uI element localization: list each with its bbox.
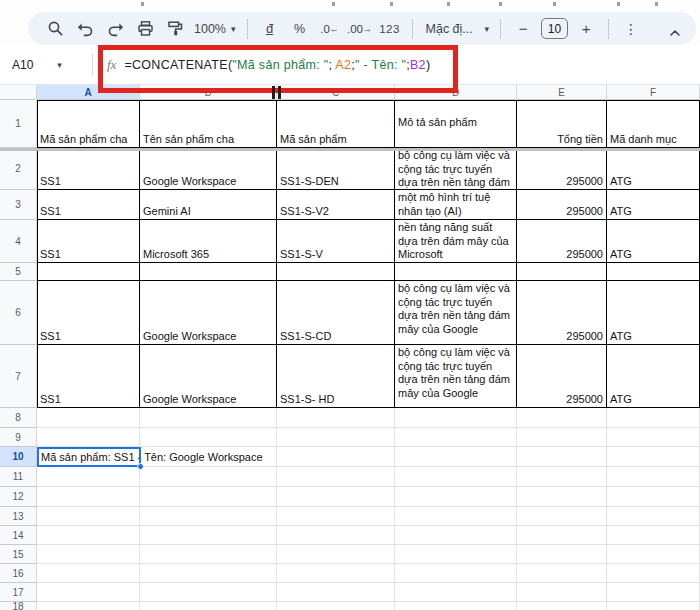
row-header-9[interactable]: 9 xyxy=(0,428,37,447)
cell-B8[interactable] xyxy=(140,408,277,428)
cell-E6[interactable]: 295000 xyxy=(517,281,607,345)
cell-E17[interactable] xyxy=(517,583,607,602)
cell-E16[interactable] xyxy=(517,564,607,583)
more-formats-button[interactable]: 123 xyxy=(377,16,403,42)
font-selector[interactable]: Mặc đị... ▾ xyxy=(424,22,490,36)
cell-D2[interactable]: bộ công cụ làm việc và cộng tác trực tuy… xyxy=(395,148,517,190)
currency-format-button[interactable]: đ xyxy=(257,16,283,42)
undo-icon[interactable] xyxy=(72,16,98,42)
row-header-16[interactable]: 16 xyxy=(0,564,37,583)
cell-A9[interactable] xyxy=(37,428,140,447)
cell-E9[interactable] xyxy=(517,428,607,447)
cell-C6[interactable]: SS1-S-CD xyxy=(277,281,395,345)
cell-A1[interactable]: Mã sản phẩm cha xyxy=(37,100,140,148)
cell-C11[interactable] xyxy=(277,467,395,487)
cell-D14[interactable] xyxy=(395,526,517,545)
cell-B15[interactable] xyxy=(140,545,277,564)
cell-F16[interactable] xyxy=(607,564,700,583)
cell-F13[interactable] xyxy=(607,507,700,526)
row-header-18[interactable]: 18 xyxy=(0,602,37,610)
cell-B13[interactable] xyxy=(140,507,277,526)
paint-format-icon[interactable] xyxy=(162,16,188,42)
row-header-7[interactable]: 7 xyxy=(0,345,37,408)
cell-C15[interactable] xyxy=(277,545,395,564)
cell-F15[interactable] xyxy=(607,545,700,564)
zoom-control[interactable]: 100% ▾ xyxy=(194,22,236,36)
cell-C14[interactable] xyxy=(277,526,395,545)
corner-select-all[interactable] xyxy=(0,85,37,100)
cell-D9[interactable] xyxy=(395,428,517,447)
col-header-C[interactable]: C xyxy=(277,85,395,100)
cell-C3[interactable]: SS1-S-V2 xyxy=(277,190,395,220)
cell-E18[interactable] xyxy=(517,602,607,610)
cell-C5[interactable] xyxy=(277,263,395,281)
cell-D5[interactable] xyxy=(395,263,517,281)
cell-E3[interactable]: 295000 xyxy=(517,190,607,220)
cell-B1[interactable]: Tên sản phẩm cha xyxy=(140,100,277,148)
cell-C2[interactable]: SS1-S-DEN xyxy=(277,148,395,190)
row-header-2[interactable]: 2 xyxy=(0,148,37,190)
percent-format-button[interactable]: % xyxy=(287,16,313,42)
col-header-E[interactable]: E xyxy=(517,85,607,100)
cell-A8[interactable] xyxy=(37,408,140,428)
decrease-font-size-button[interactable]: − xyxy=(510,16,536,42)
cell-D15[interactable] xyxy=(395,545,517,564)
cell-D6[interactable]: bộ công cụ làm việc và cộng tác trực tuy… xyxy=(395,281,517,345)
cell-B2[interactable]: Google Workspace xyxy=(140,148,277,190)
cell-F8[interactable] xyxy=(607,408,700,428)
cell-E13[interactable] xyxy=(517,507,607,526)
cell-C7[interactable]: SS1-S- HD xyxy=(277,345,395,408)
row-header-17[interactable]: 17 xyxy=(0,583,37,602)
row-header-5[interactable]: 5 xyxy=(0,263,37,281)
col-header-F[interactable]: F xyxy=(607,85,700,100)
cell-C18[interactable] xyxy=(277,602,395,610)
cell-A3[interactable]: SS1 xyxy=(37,190,140,220)
cell-F1[interactable]: Mã danh mục xyxy=(607,100,700,148)
decrease-decimal-button[interactable]: .0← xyxy=(317,16,343,42)
cell-B16[interactable] xyxy=(140,564,277,583)
cell-C17[interactable] xyxy=(277,583,395,602)
cell-A16[interactable] xyxy=(37,564,140,583)
cell-D18[interactable] xyxy=(395,602,517,610)
cell-D4[interactable]: nền tảng năng suất dựa trên đám mây của … xyxy=(395,220,517,263)
cell-D7[interactable]: bộ công cụ làm việc và cộng tác trực tuy… xyxy=(395,345,517,408)
cell-F10[interactable] xyxy=(607,447,700,467)
row-header-3[interactable]: 3 xyxy=(0,190,37,220)
cell-B4[interactable]: Microsoft 365 xyxy=(140,220,277,263)
row-header-11[interactable]: 11 xyxy=(0,467,37,487)
cell-B14[interactable] xyxy=(140,526,277,545)
cell-E15[interactable] xyxy=(517,545,607,564)
cell-A13[interactable] xyxy=(37,507,140,526)
cell-C13[interactable] xyxy=(277,507,395,526)
cell-F11[interactable] xyxy=(607,467,700,487)
cell-F9[interactable] xyxy=(607,428,700,447)
redo-icon[interactable] xyxy=(102,16,128,42)
col-header-A[interactable]: A xyxy=(37,85,140,100)
fill-handle[interactable] xyxy=(137,463,144,470)
cell-A18[interactable] xyxy=(37,602,140,610)
cell-B7[interactable]: Google Workspace xyxy=(140,345,277,408)
print-icon[interactable] xyxy=(132,16,158,42)
col-header-D[interactable]: D xyxy=(395,85,517,100)
cell-C12[interactable] xyxy=(277,487,395,507)
cell-A4[interactable]: SS1 xyxy=(37,220,140,263)
cell-B18[interactable] xyxy=(140,602,277,610)
row-header-8[interactable]: 8 xyxy=(0,408,37,428)
cell-C16[interactable] xyxy=(277,564,395,583)
row-header-10[interactable]: 10 xyxy=(0,447,37,467)
cell-C1[interactable]: Mã sản phẩm xyxy=(277,100,395,148)
cell-E12[interactable] xyxy=(517,487,607,507)
cell-F3[interactable]: ATG xyxy=(607,190,700,220)
search-icon[interactable] xyxy=(42,16,68,42)
cell-D10[interactable] xyxy=(395,447,517,467)
cell-B6[interactable]: Google Workspace xyxy=(140,281,277,345)
row-header-12[interactable]: 12 xyxy=(0,487,37,507)
cell-D12[interactable] xyxy=(395,487,517,507)
cell-F14[interactable] xyxy=(607,526,700,545)
cell-F6[interactable]: ATG xyxy=(607,281,700,345)
cell-E7[interactable]: 295000 xyxy=(517,345,607,408)
cell-E5[interactable] xyxy=(517,263,607,281)
cell-D17[interactable] xyxy=(395,583,517,602)
more-options-icon[interactable]: ⋮ xyxy=(618,16,644,42)
cell-B17[interactable] xyxy=(140,583,277,602)
